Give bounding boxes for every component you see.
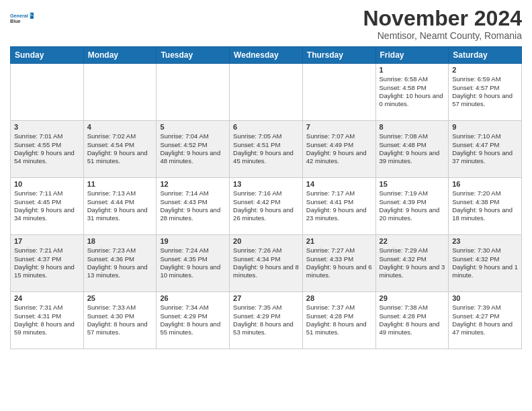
day-info: Sunset: 4:30 PM: [87, 312, 153, 320]
month-title: November 2024: [363, 7, 522, 30]
day-info: Sunrise: 7:08 AM: [380, 132, 445, 140]
day-info: Daylight: 9 hours and 39 minutes.: [380, 149, 445, 166]
day-number: 10: [14, 180, 80, 188]
day-number: 2: [452, 66, 518, 74]
day-info: Daylight: 8 hours and 51 minutes.: [306, 320, 372, 337]
day-info: Sunset: 4:51 PM: [233, 141, 299, 149]
day-info: Sunset: 4:49 PM: [306, 141, 372, 149]
day-info: Sunset: 4:36 PM: [87, 255, 153, 263]
calendar-table: Sunday Monday Tuesday Wednesday Thursday…: [10, 46, 522, 349]
day-info: Sunset: 4:31 PM: [14, 312, 80, 320]
day-number: 14: [306, 180, 372, 188]
day-info: Daylight: 9 hours and 51 minutes.: [87, 149, 153, 166]
day-info: Daylight: 9 hours and 34 minutes.: [14, 206, 80, 223]
day-info: Sunrise: 7:14 AM: [160, 189, 226, 197]
day-info: Sunrise: 7:04 AM: [160, 132, 226, 140]
calendar-cell: 26Sunrise: 7:34 AMSunset: 4:29 PMDayligh…: [157, 292, 230, 349]
calendar-cell: [157, 64, 230, 121]
day-info: Daylight: 9 hours and 13 minutes.: [87, 263, 153, 280]
day-number: 1: [380, 66, 445, 74]
day-number: 7: [306, 123, 372, 131]
day-number: 27: [233, 294, 299, 302]
day-number: 4: [87, 123, 153, 131]
day-number: 23: [452, 237, 518, 245]
calendar-cell: [230, 64, 303, 121]
day-info: Sunset: 4:55 PM: [14, 141, 80, 149]
day-info: Sunrise: 7:30 AM: [452, 246, 518, 255]
day-info: Daylight: 9 hours and 23 minutes.: [306, 206, 372, 223]
day-info: Sunrise: 7:13 AM: [87, 189, 153, 197]
calendar-cell: 23Sunrise: 7:30 AMSunset: 4:32 PMDayligh…: [449, 235, 522, 292]
day-info: Sunset: 4:34 PM: [233, 255, 299, 263]
day-info: Sunrise: 7:01 AM: [14, 132, 80, 140]
calendar-cell: 8Sunrise: 7:08 AMSunset: 4:48 PMDaylight…: [375, 121, 449, 178]
calendar-cell: 4Sunrise: 7:02 AMSunset: 4:54 PMDaylight…: [83, 121, 157, 178]
day-number: 12: [160, 180, 226, 188]
day-info: Daylight: 9 hours and 26 minutes.: [233, 206, 299, 223]
calendar-cell: 2Sunrise: 6:59 AMSunset: 4:57 PMDaylight…: [449, 64, 522, 121]
day-info: Sunset: 4:47 PM: [452, 141, 518, 149]
day-info: Sunrise: 7:24 AM: [160, 246, 226, 255]
day-info: Sunset: 4:44 PM: [87, 198, 153, 206]
day-info: Sunrise: 7:34 AM: [160, 304, 226, 312]
day-info: Daylight: 8 hours and 55 minutes.: [160, 320, 226, 337]
day-info: Sunrise: 7:31 AM: [14, 304, 80, 312]
day-number: 6: [233, 123, 299, 131]
calendar-cell: 10Sunrise: 7:11 AMSunset: 4:45 PMDayligh…: [11, 178, 84, 235]
day-number: 13: [233, 180, 299, 188]
day-info: Sunrise: 7:20 AM: [452, 189, 518, 197]
day-number: 9: [452, 123, 518, 131]
day-info: Sunset: 4:38 PM: [452, 198, 518, 206]
day-info: Daylight: 9 hours and 1 minute.: [452, 263, 518, 280]
calendar-cell: 15Sunrise: 7:19 AMSunset: 4:39 PMDayligh…: [375, 178, 449, 235]
calendar-cell: 9Sunrise: 7:10 AMSunset: 4:47 PMDaylight…: [449, 121, 522, 178]
title-area: November 2024 Nemtisor, Neamt County, Ro…: [363, 7, 522, 41]
day-number: 30: [452, 294, 518, 302]
calendar-cell: 20Sunrise: 7:26 AMSunset: 4:34 PMDayligh…: [230, 235, 303, 292]
day-number: 17: [14, 237, 80, 245]
day-info: Daylight: 9 hours and 6 minutes.: [306, 263, 372, 280]
calendar-cell: 24Sunrise: 7:31 AMSunset: 4:31 PMDayligh…: [11, 292, 84, 349]
day-info: Daylight: 9 hours and 15 minutes.: [14, 263, 80, 280]
col-friday: Friday: [375, 47, 449, 64]
header-row: Sunday Monday Tuesday Wednesday Thursday…: [11, 47, 522, 64]
day-info: Sunrise: 7:10 AM: [452, 132, 518, 140]
day-info: Daylight: 8 hours and 53 minutes.: [233, 320, 299, 337]
calendar-cell: 6Sunrise: 7:05 AMSunset: 4:51 PMDaylight…: [230, 121, 303, 178]
day-info: Sunrise: 7:27 AM: [306, 246, 372, 255]
header: General Blue November 2024 Nemtisor, Nea…: [10, 7, 522, 41]
day-info: Sunset: 4:42 PM: [233, 198, 299, 206]
day-info: Sunset: 4:39 PM: [380, 198, 445, 206]
day-number: 28: [306, 294, 372, 302]
day-info: Sunrise: 7:26 AM: [233, 246, 299, 255]
calendar-cell: 30Sunrise: 7:39 AMSunset: 4:27 PMDayligh…: [449, 292, 522, 349]
day-info: Daylight: 9 hours and 31 minutes.: [87, 206, 153, 223]
col-saturday: Saturday: [449, 47, 522, 64]
day-number: 26: [160, 294, 226, 302]
day-info: Daylight: 9 hours and 42 minutes.: [306, 149, 372, 166]
calendar-cell: 12Sunrise: 7:14 AMSunset: 4:43 PMDayligh…: [157, 178, 230, 235]
page: General Blue November 2024 Nemtisor, Nea…: [0, 0, 532, 411]
logo: General Blue: [10, 7, 34, 31]
day-info: Daylight: 8 hours and 49 minutes.: [380, 320, 445, 337]
calendar-cell: 22Sunrise: 7:29 AMSunset: 4:32 PMDayligh…: [375, 235, 449, 292]
day-info: Daylight: 10 hours and 0 minutes.: [380, 92, 445, 109]
calendar-week-1: 1Sunrise: 6:58 AMSunset: 4:58 PMDaylight…: [11, 64, 522, 121]
day-info: Daylight: 9 hours and 28 minutes.: [160, 206, 226, 223]
day-info: Sunrise: 7:05 AM: [233, 132, 299, 140]
day-info: Sunrise: 7:29 AM: [380, 246, 445, 255]
day-info: Sunrise: 7:11 AM: [14, 189, 80, 197]
calendar-cell: 11Sunrise: 7:13 AMSunset: 4:44 PMDayligh…: [83, 178, 157, 235]
calendar-week-3: 10Sunrise: 7:11 AMSunset: 4:45 PMDayligh…: [11, 178, 522, 235]
day-info: Sunrise: 7:33 AM: [87, 304, 153, 312]
day-number: 8: [380, 123, 445, 131]
day-number: 20: [233, 237, 299, 245]
day-info: Sunset: 4:27 PM: [452, 312, 518, 320]
day-info: Daylight: 9 hours and 37 minutes.: [452, 149, 518, 166]
day-info: Sunset: 4:29 PM: [160, 312, 226, 320]
day-info: Sunset: 4:28 PM: [380, 312, 445, 320]
day-info: Daylight: 8 hours and 59 minutes.: [14, 320, 80, 337]
calendar-cell: 5Sunrise: 7:04 AMSunset: 4:52 PMDaylight…: [157, 121, 230, 178]
day-info: Daylight: 9 hours and 3 minutes.: [380, 263, 445, 280]
day-number: 15: [380, 180, 445, 188]
